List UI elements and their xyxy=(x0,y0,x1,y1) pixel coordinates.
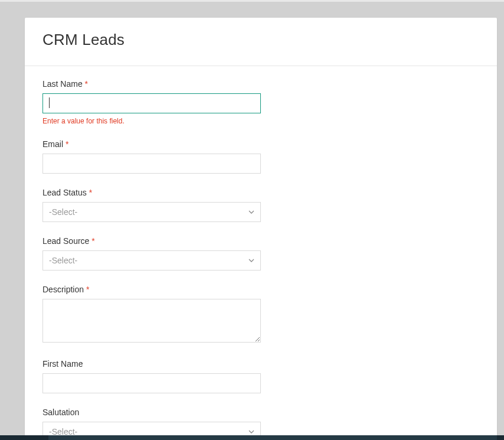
required-marker: * xyxy=(66,139,68,149)
lead-source-select[interactable]: -Select- xyxy=(42,250,261,270)
page-title: CRM Leads xyxy=(42,31,479,49)
select-placeholder: -Select- xyxy=(49,207,77,217)
email-input[interactable] xyxy=(42,154,261,174)
field-lead-status: Lead Status * -Select- xyxy=(42,188,261,222)
field-last-name: Last Name * Enter a value for this field… xyxy=(42,79,261,125)
label-text: Last Name xyxy=(42,79,83,89)
field-description: Description * xyxy=(42,285,261,345)
description-input[interactable] xyxy=(42,299,261,343)
required-marker: * xyxy=(91,236,94,246)
lead-status-select[interactable]: -Select- xyxy=(42,202,261,222)
label-text: Lead Source xyxy=(42,236,89,246)
bottom-bar xyxy=(0,435,504,440)
last-name-input[interactable] xyxy=(42,93,261,113)
label-text: Email xyxy=(42,139,63,149)
select-placeholder: -Select- xyxy=(49,256,77,265)
description-label: Description * xyxy=(42,285,261,294)
label-text: Lead Status xyxy=(42,188,87,197)
form-card: CRM Leads Last Name * Enter a value for … xyxy=(25,18,497,440)
lead-status-label: Lead Status * xyxy=(42,188,261,197)
salutation-label: Salutation xyxy=(42,408,261,417)
label-text: Description xyxy=(42,285,84,294)
required-marker: * xyxy=(86,285,89,294)
first-name-input[interactable] xyxy=(42,373,261,393)
required-marker: * xyxy=(89,188,92,197)
top-edge xyxy=(0,0,504,2)
required-marker: * xyxy=(85,79,88,89)
first-name-label: First Name xyxy=(42,359,261,369)
bottom-bar-inner xyxy=(48,435,497,440)
lead-source-label: Lead Source * xyxy=(42,236,261,246)
field-email: Email * xyxy=(42,139,261,174)
label-text: First Name xyxy=(42,359,83,369)
text-caret xyxy=(49,97,50,108)
form-body: Last Name * Enter a value for this field… xyxy=(25,66,497,440)
card-header: CRM Leads xyxy=(25,18,497,66)
select-value: -Select- xyxy=(42,250,261,270)
field-first-name: First Name xyxy=(42,359,261,393)
label-text: Salutation xyxy=(42,408,79,417)
last-name-label: Last Name * xyxy=(42,79,261,89)
select-value: -Select- xyxy=(42,202,261,222)
field-lead-source: Lead Source * -Select- xyxy=(42,236,261,270)
last-name-error: Enter a value for this field. xyxy=(42,117,261,125)
email-label: Email * xyxy=(42,139,261,149)
